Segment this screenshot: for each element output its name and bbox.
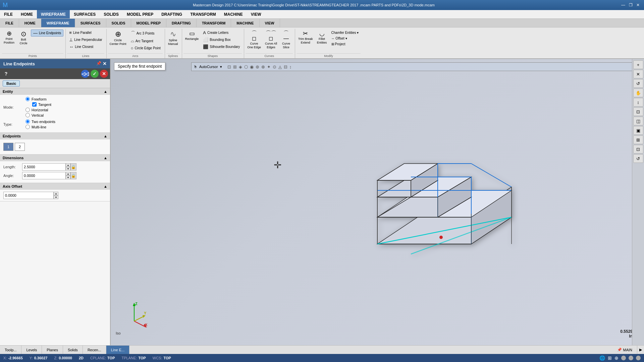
curve-one-edge-button[interactable]: ⌒◻ CurveOne Edge [246, 29, 263, 50]
curve-all-edges-button[interactable]: ⌒⌒◻ Curve AllEdges [263, 29, 279, 50]
status-crosshair-icon[interactable]: ⊕ [614, 355, 619, 361]
rt-zoom-in[interactable]: + [633, 60, 643, 69]
line-parallel-button[interactable]: ≡Line Parallel [67, 29, 104, 36]
snap-icon-5[interactable]: ◉ [250, 64, 254, 69]
bottom-tab-main[interactable]: 📌 MAIN [612, 346, 638, 354]
chamfer-entities-button[interactable]: Chamfer Entities ▾ [329, 30, 361, 35]
snap-icon-7[interactable]: ⊕ [261, 64, 265, 69]
bolt-circle-button[interactable]: ⊙ BoltCircle [17, 29, 30, 46]
menu-item-transform[interactable]: TRANSFORM [186, 10, 220, 18]
arc-3-points-button[interactable]: ⌒Arc 3 Points [129, 29, 163, 37]
ribbon-tab-wireframe[interactable]: WIREFRAME [41, 19, 75, 27]
spline-manual-button[interactable]: ∿ SplineManual [166, 29, 180, 47]
ribbon-tab-model-prep[interactable]: MODEL PREP [131, 19, 167, 27]
snap-icon-8[interactable]: ✦ [267, 64, 271, 69]
point-position-button[interactable]: ⊕ PointPosition [2, 29, 16, 46]
rt-view2[interactable]: ◫ [633, 117, 643, 125]
cancel-button[interactable]: ✕ [100, 70, 108, 78]
horizontal-radio[interactable] [25, 108, 30, 112]
basic-tab[interactable]: Basic [3, 80, 20, 86]
bottom-tab-line-endpoints[interactable]: Line E... [106, 346, 129, 354]
endpoint-1-box[interactable]: 1 [3, 143, 13, 151]
fillet-entities-button[interactable]: ◡ FilletEntities [315, 29, 329, 46]
snap-icon-3[interactable]: ◈ [239, 64, 242, 69]
menu-item-model prep[interactable]: MODEL PREP [123, 10, 157, 18]
status-globe-icon[interactable]: 🌐 [599, 355, 605, 361]
bottom-tab-levels[interactable]: Levels [21, 346, 42, 354]
multi-line-radio[interactable] [25, 125, 30, 129]
axis-offset-down-arrow[interactable]: ▼ [54, 195, 58, 199]
angle-lock[interactable]: 🔒 [70, 172, 76, 179]
maximize-button[interactable]: ❐ [627, 2, 634, 8]
tabs-scroll-right[interactable]: ▶ [637, 346, 644, 354]
bottom-tab-solids[interactable]: Solids [63, 346, 83, 354]
ribbon-tab-transform[interactable]: TRANSFORM [197, 19, 231, 27]
ribbon-tab-surfaces[interactable]: SURFACES [75, 19, 106, 27]
ok-button[interactable]: ✓ [91, 70, 99, 78]
project-button[interactable]: ⊞ Project [329, 42, 361, 47]
rt-view5[interactable]: ⊡ [633, 145, 643, 154]
tangent-checkbox[interactable] [32, 102, 37, 107]
ribbon-tab-home[interactable]: HOME [19, 19, 41, 27]
offset-button[interactable]: ↔ Offset ▾ [329, 36, 361, 41]
menu-item-machine[interactable]: MACHINE [220, 10, 247, 18]
rt-rotate[interactable]: ↕ [633, 98, 643, 107]
snap-icon-11[interactable]: ⊟ [284, 64, 287, 69]
ribbon-tab-machine[interactable]: MACHINE [231, 19, 259, 27]
length-up-arrow[interactable]: ▲ [66, 163, 70, 167]
close-button[interactable]: ✕ [635, 2, 641, 8]
rt-view3[interactable]: ▣ [633, 126, 643, 135]
line-endpoints-button[interactable]: — Line Endpoints [31, 29, 63, 37]
bottom-tab-planes[interactable]: Planes [42, 346, 63, 354]
ribbon-tab-view[interactable]: VIEW [260, 19, 280, 27]
rt-view6[interactable]: ↺ [633, 154, 643, 163]
ribbon-tab-solids[interactable]: SOLIDS [106, 19, 131, 27]
endpoints-section-header[interactable]: Endpoints ▲ [0, 133, 110, 139]
entity-section-header[interactable]: Entity ▲ [0, 88, 110, 95]
panel-close-icon[interactable]: ✕ [103, 61, 107, 66]
axis-offset-up-arrow[interactable]: ▲ [54, 192, 58, 195]
menu-item-view[interactable]: VIEW [247, 10, 265, 18]
angle-input[interactable] [22, 172, 66, 179]
viewport[interactable]: Specify the first endpoint 🖱 AutoCursor … [111, 59, 644, 345]
angle-down-arrow[interactable]: ▼ [66, 176, 70, 179]
snap-icon-1[interactable]: ⊡ [227, 64, 231, 69]
angle-up-arrow[interactable]: ▲ [66, 172, 70, 176]
ribbon-tab-drafting[interactable]: DRAFTING [166, 19, 197, 27]
pin-icon[interactable]: 📌 [96, 61, 101, 66]
line-perpendicular-button[interactable]: ⊥Line Perpendicular [67, 37, 104, 43]
length-down-arrow[interactable]: ▼ [66, 167, 70, 171]
snap-icon-6[interactable]: ⊛ [256, 64, 259, 69]
create-letters-button[interactable]: ACreate Letters [201, 29, 242, 36]
snap-icon-2[interactable]: ⊞ [233, 64, 237, 69]
rt-pan[interactable]: ✋ [633, 88, 643, 97]
minimize-button[interactable]: — [620, 2, 627, 8]
circle-edge-point-button[interactable]: ○Circle Edge Point [129, 45, 163, 51]
bottom-tab-toolpaths[interactable]: Toolp... [0, 346, 21, 354]
two-endpoints-radio[interactable] [25, 119, 30, 124]
menu-item-wireframe[interactable]: WIREFRAME [37, 10, 70, 18]
endpoint-2-box[interactable]: 2 [15, 143, 25, 151]
bounding-box-button[interactable]: ⬜Bounding Box [201, 37, 242, 43]
snap-icon-4[interactable]: ⬡ [244, 64, 248, 69]
help-button[interactable]: ? [2, 70, 10, 78]
back-button[interactable]: ◁◁ [81, 70, 89, 78]
freeform-radio[interactable] [25, 97, 30, 101]
menu-item-home[interactable]: HOME [17, 10, 37, 18]
axis-offset-section-header[interactable]: Axis Offset ▲ [0, 183, 110, 190]
axis-offset-input[interactable] [3, 192, 54, 199]
snap-icon-10[interactable]: ◬ [278, 64, 282, 69]
line-closest-button[interactable]: ↔Line Closest [67, 44, 104, 50]
rt-view4[interactable]: ⊞ [633, 135, 643, 144]
rt-fit[interactable]: ↺ [633, 79, 643, 88]
dimensions-section-header[interactable]: Dimensions ▲ [0, 155, 110, 161]
curve-slice-button[interactable]: ⌒— CurveSlice [279, 29, 293, 50]
window-controls[interactable]: — ❐ ✕ [620, 2, 641, 8]
rectangle-button[interactable]: ▭ Rectangle [183, 29, 201, 42]
rt-zoom-out[interactable]: ✕ [633, 70, 643, 78]
ribbon-tab-file[interactable]: FILE [0, 19, 19, 27]
snap-icon-12[interactable]: ↕ [289, 64, 292, 69]
menu-item-solids[interactable]: SOLIDS [100, 10, 123, 18]
bottom-tab-recents[interactable]: Recen... [83, 346, 106, 354]
silhouette-boundary-button[interactable]: ⬛Silhouette Boundary [201, 44, 242, 50]
